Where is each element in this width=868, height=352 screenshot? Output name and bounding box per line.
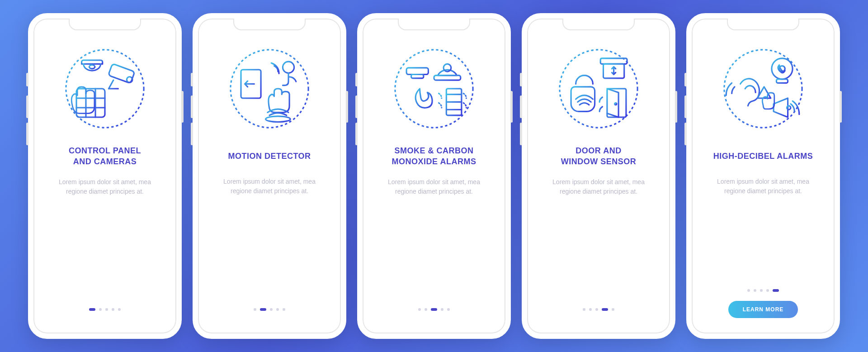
phone-side-button: [26, 123, 28, 145]
svg-point-21: [772, 58, 793, 79]
screen-desc: Lorem ipsum dolor sit amet, mea regione …: [209, 177, 330, 196]
screen-title: MOTION DETECTOR: [228, 145, 311, 167]
phone-side-button: [684, 73, 687, 86]
phone-side-button: [181, 91, 184, 123]
pager-dot[interactable]: [583, 308, 585, 311]
screen-desc: Lorem ipsum dolor sit amet, mea regione …: [373, 177, 495, 196]
page-indicator: [747, 289, 779, 292]
phone-side-button: [355, 95, 358, 118]
pager-dot[interactable]: [276, 308, 279, 311]
phone-side-button: [675, 91, 677, 123]
pager-dot[interactable]: [447, 308, 450, 311]
onboarding-screen-3: SMOKE & CARBON MONOXIDE ALARMS Lorem ips…: [357, 13, 511, 339]
svg-point-19: [615, 103, 617, 105]
onboarding-screen-5: HIGH-DECIBEL ALARMS Lorem ipsum dolor si…: [686, 13, 840, 339]
phone-side-button: [684, 123, 687, 145]
smoke-co-alarms-icon: [382, 41, 486, 136]
page-indicator: [418, 308, 450, 311]
control-panel-cameras-icon: [53, 41, 157, 136]
onboarding-screen-1: CONTROL PANEL AND CAMERAS Lorem ipsum do…: [28, 13, 182, 339]
pager-dot[interactable]: [112, 308, 114, 311]
phone-notch: [562, 19, 635, 30]
pager-dot[interactable]: [760, 289, 763, 292]
svg-rect-10: [406, 68, 428, 75]
svg-point-1: [89, 65, 95, 69]
screen-desc: Lorem ipsum dolor sit amet, mea regione …: [44, 177, 165, 196]
svg-point-8: [266, 116, 291, 122]
page-indicator: [254, 308, 285, 311]
phone-side-button: [840, 91, 842, 123]
phone-side-button: [520, 73, 522, 86]
phone-side-button: [355, 73, 358, 86]
pager-dot[interactable]: [425, 308, 427, 311]
pager-dot[interactable]: [602, 308, 608, 311]
page-indicator: [583, 308, 614, 311]
phone-side-button: [26, 95, 28, 118]
phone-side-button: [191, 73, 193, 86]
pager-dot[interactable]: [431, 308, 437, 311]
learn-more-button[interactable]: LEARN MORE: [728, 301, 798, 318]
svg-rect-2: [108, 64, 135, 84]
pager-dot[interactable]: [589, 308, 592, 311]
pager-dot[interactable]: [773, 289, 779, 292]
pager-dot[interactable]: [99, 308, 102, 311]
pager-dot[interactable]: [418, 308, 421, 311]
screen-desc: Lorem ipsum dolor sit amet, mea regione …: [538, 177, 659, 196]
pager-dot[interactable]: [747, 289, 750, 292]
svg-point-24: [787, 106, 791, 109]
phone-side-button: [510, 91, 513, 123]
high-decibel-alarms-icon: [711, 41, 815, 136]
motion-detector-icon: [217, 41, 321, 136]
phone-notch: [69, 19, 141, 30]
screen-title: DOOR AND WINDOW SENSOR: [561, 145, 637, 167]
pager-dot[interactable]: [441, 308, 443, 311]
page-indicator: [89, 308, 121, 311]
onboarding-screen-4: DOOR AND WINDOW SENSOR Lorem ipsum dolor…: [522, 13, 675, 339]
phone-side-button: [346, 91, 348, 123]
phone-side-button: [191, 95, 193, 118]
pager-dot[interactable]: [270, 308, 273, 311]
pager-dot[interactable]: [105, 308, 108, 311]
pager-dot[interactable]: [766, 289, 769, 292]
phone-side-button: [520, 123, 522, 145]
screen-title: SMOKE & CARBON MONOXIDE ALARMS: [392, 145, 476, 167]
phone-side-button: [191, 123, 193, 145]
phone-side-button: [355, 123, 358, 145]
phone-side-button: [520, 95, 522, 118]
pager-dot[interactable]: [754, 289, 756, 292]
door-window-sensor-icon: [547, 41, 651, 136]
svg-rect-23: [776, 79, 788, 83]
pager-dot[interactable]: [283, 308, 285, 311]
screen-title: CONTROL PANEL AND CAMERAS: [69, 145, 141, 167]
pager-dot[interactable]: [260, 308, 266, 311]
phone-notch: [398, 19, 470, 30]
screen-title: HIGH-DECIBEL ALARMS: [713, 145, 813, 167]
svg-rect-13: [434, 76, 461, 81]
svg-rect-11: [411, 75, 424, 78]
pager-dot[interactable]: [595, 308, 598, 311]
pager-dot[interactable]: [89, 308, 95, 311]
pager-dot[interactable]: [118, 308, 121, 311]
pager-dot[interactable]: [254, 308, 256, 311]
onboarding-screen-2: MOTION DETECTOR Lorem ipsum dolor sit am…: [193, 13, 346, 339]
screen-desc: Lorem ipsum dolor sit amet, mea regione …: [703, 177, 824, 196]
pager-dot[interactable]: [612, 308, 614, 311]
phone-notch: [233, 19, 306, 30]
phone-side-button: [26, 73, 28, 86]
phone-notch: [727, 19, 799, 30]
svg-point-7: [283, 62, 294, 73]
phone-side-button: [684, 95, 687, 118]
